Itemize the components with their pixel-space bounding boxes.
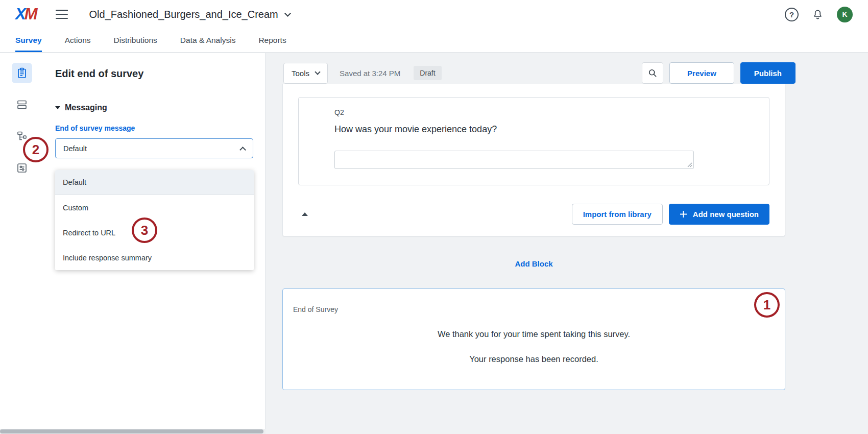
saved-status: Saved at 3:24 PM [340,69,400,78]
tab-reports[interactable]: Reports [258,29,286,52]
edit-panel: Edit end of survey Messaging End of surv… [43,53,266,429]
resize-handle[interactable] [687,162,692,167]
chevron-up-icon [239,147,246,153]
tab-actions[interactable]: Actions [65,29,91,52]
block-actions-row: Import from library Add new question [298,203,769,225]
help-button[interactable]: ? [785,8,799,21]
main-content: Tools Saved at 3:24 PM Draft Preview Pub… [266,53,868,434]
messaging-section-toggle[interactable]: Messaging [55,103,253,112]
annotation-1-number: 1 [763,297,770,313]
answer-text-input[interactable] [334,151,694,169]
question-text[interactable]: How was your movie experience today? [334,124,497,135]
add-new-question-label: Add new question [693,210,759,219]
block-actions-buttons: Import from library Add new question [572,204,769,225]
annotation-circle-3: 3 [132,218,157,243]
chevron-down-icon [284,10,291,17]
search-button[interactable] [642,62,663,84]
rail-item-builder[interactable] [12,63,32,83]
question-id: Q2 [334,108,344,116]
chevron-down-icon [315,69,320,75]
message-type-select-value: Default [63,144,87,153]
tab-data-analysis[interactable]: Data & Analysis [180,29,236,52]
plus-icon [680,210,687,218]
question-block-container: Q2 How was your movie experience today? … [282,84,785,236]
logo-letter-x: X [15,5,25,23]
horizontal-scrollbar-thumb[interactable] [0,429,263,433]
help-icon: ? [789,10,794,19]
add-block-link[interactable]: Add Block [282,259,785,268]
add-new-question-button[interactable]: Add new question [669,204,769,225]
primary-tabs: Survey Actions Distributions Data & Anal… [0,29,868,53]
dropdown-option-response-summary[interactable]: Include response summary [55,245,254,270]
message-type-dropdown: Default Custom Redirect to URL Include r… [55,170,254,270]
horizontal-scrollbar [0,429,266,434]
search-icon [647,68,658,78]
draft-badge: Draft [414,66,441,80]
tab-survey[interactable]: Survey [15,29,42,52]
end-of-survey-block[interactable]: End of Survey We thank you for your time… [282,288,785,390]
publish-button[interactable]: Publish [740,62,795,84]
hamburger-menu-icon[interactable] [56,10,68,19]
top-bar: XM Old_Fashioned_Burgers_and_Ice_Cream ?… [0,0,868,29]
collapse-block-button[interactable] [302,212,308,216]
left-icon-rail [0,53,43,429]
end-of-survey-label: End of Survey [293,305,338,314]
survey-title-dropdown[interactable]: Old_Fashioned_Burgers_and_Ice_Cream [89,9,290,20]
dropdown-option-custom[interactable]: Custom [55,195,254,220]
preview-button[interactable]: Preview [669,62,734,84]
app-window: XM Old_Fashioned_Burgers_and_Ice_Cream ?… [0,0,868,434]
survey-options-icon [16,162,28,174]
annotation-3-number: 3 [141,223,148,238]
messaging-section-label: Messaging [65,103,107,112]
topbar-right-group: ? K [785,7,853,22]
tab-distributions[interactable]: Distributions [114,29,157,52]
notifications-bell-icon[interactable] [812,9,824,20]
blocks-icon [16,99,28,111]
rail-item-survey-options[interactable] [12,158,32,178]
toolbar-right-group: Preview Publish [642,62,795,84]
annotation-circle-1: 1 [754,292,780,318]
end-of-survey-message-line2: Your response has been recorded. [283,354,785,364]
end-of-survey-message-link[interactable]: End of survey message [55,124,135,132]
annotation-circle-2: 2 [23,137,49,162]
page-title: Edit end of survey [55,68,253,80]
end-of-survey-message-line1: We thank you for your time spent taking … [283,329,785,339]
xm-logo: XM [15,5,36,23]
caret-down-icon [55,106,60,109]
annotation-2-number: 2 [32,142,39,158]
avatar-initial: K [842,10,847,18]
dropdown-option-default[interactable]: Default [55,170,254,195]
logo-letter-m: M [25,5,36,23]
question-card[interactable]: Q2 How was your movie experience today? [298,97,769,185]
rail-item-blocks[interactable] [12,94,32,115]
clipboard-icon [16,67,28,79]
import-from-library-button[interactable]: Import from library [572,204,663,225]
message-type-select[interactable]: Default [55,138,253,158]
tools-button-label: Tools [292,69,309,78]
tools-button[interactable]: Tools [283,63,328,84]
avatar[interactable]: K [837,7,853,22]
survey-title: Old_Fashioned_Burgers_and_Ice_Cream [89,9,278,20]
survey-toolbar: Tools Saved at 3:24 PM Draft Preview Pub… [283,62,795,84]
